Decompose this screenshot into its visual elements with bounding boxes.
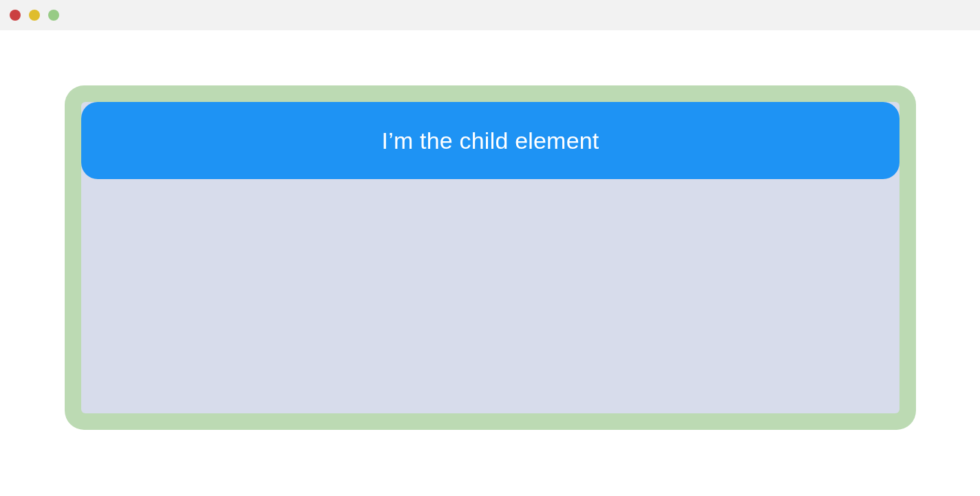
minimize-icon[interactable] [29, 10, 40, 21]
close-icon[interactable] [10, 10, 21, 21]
child-element-label: I’m the child element [381, 127, 599, 154]
child-element: I’m the child element [81, 102, 899, 179]
window-titlebar [0, 0, 980, 30]
zoom-icon[interactable] [48, 10, 59, 21]
content-area: I’m the child element [0, 30, 980, 496]
parent-container: I’m the child element [65, 85, 916, 430]
inner-container: I’m the child element [81, 102, 899, 413]
